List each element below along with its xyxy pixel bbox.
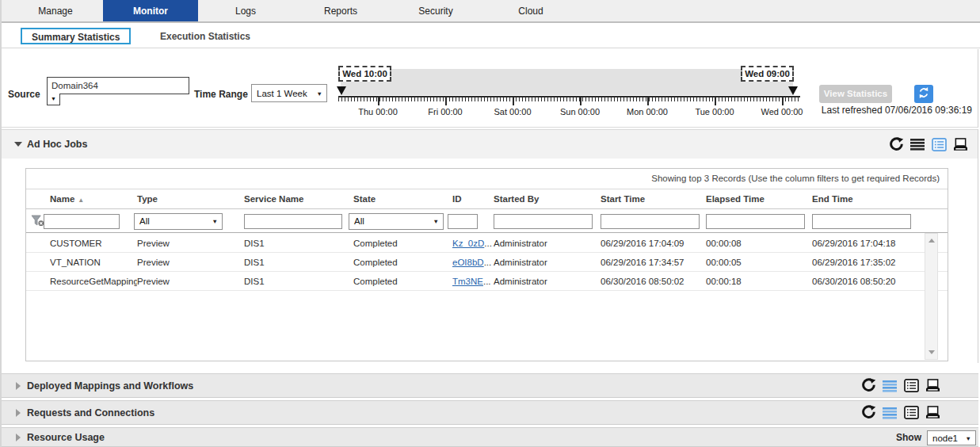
section-resource-usage[interactable]: Resource Usage Show node1 ▼	[2, 427, 978, 447]
table-row[interactable]: VT_NATIONPreview DIS1Completed eOI8bD...…	[26, 253, 948, 272]
source-dropdown-arrow[interactable]: ▼	[47, 94, 60, 105]
tick-label: Sat 00:00	[485, 107, 540, 117]
view-statistics-button[interactable]: View Statistics	[819, 85, 892, 103]
summary-view-icon-selected[interactable]	[882, 405, 898, 421]
filter-type-value: All	[139, 216, 150, 226]
summary-view-icon-selected[interactable]	[882, 378, 898, 394]
tab-monitor[interactable]: Monitor	[103, 0, 198, 21]
column-header-type[interactable]: Type	[137, 194, 244, 204]
print-icon[interactable]	[925, 405, 940, 421]
summary-view-icon[interactable]	[909, 136, 925, 152]
range-end-marker-icon[interactable]	[788, 86, 798, 95]
detail-view-icon-selected[interactable]	[931, 136, 947, 152]
range-start-handle[interactable]: Wed 10:00	[338, 66, 391, 82]
detail-view-icon[interactable]	[903, 405, 919, 421]
time-range-value: Last 1 Week	[257, 89, 307, 98]
job-id-link[interactable]: Kz_0zD	[452, 239, 484, 248]
table-header-row: Name▲ Type Service Name State ID Started…	[26, 189, 948, 209]
filter-state-select[interactable]: All ▼	[349, 213, 444, 230]
range-start-marker-icon[interactable]	[337, 86, 346, 95]
tab-reports[interactable]: Reports	[293, 0, 388, 21]
day-tick	[715, 96, 716, 105]
section-toolbar	[860, 405, 940, 421]
section-title: Requests and Connections	[27, 407, 154, 418]
tab-logs[interactable]: Logs	[198, 0, 293, 21]
job-id-link[interactable]: eOI8bD	[452, 258, 484, 267]
node-select[interactable]: node1 ▼	[927, 430, 976, 445]
filter-id-input[interactable]	[448, 214, 478, 229]
detail-view-icon[interactable]	[903, 378, 919, 394]
column-filter-row: All ▼ All ▼	[26, 210, 948, 233]
table-row[interactable]: ResourceGetMappingPreview DIS1Completed …	[26, 272, 948, 291]
print-icon[interactable]	[925, 378, 940, 394]
source-label: Source	[8, 89, 40, 100]
scroll-down-icon[interactable]	[929, 350, 935, 354]
clear-filter-icon[interactable]	[31, 215, 44, 229]
day-tick	[513, 96, 514, 105]
section-toolbar	[860, 378, 940, 394]
selected-range-bar[interactable]	[341, 69, 793, 95]
expand-arrow-icon[interactable]	[16, 434, 21, 441]
refresh-icon[interactable]	[860, 405, 876, 421]
tab-execution-statistics[interactable]: Execution Statistics	[160, 31, 250, 42]
tick-label: Wed 00:00	[754, 107, 810, 117]
day-tick	[445, 96, 447, 105]
tick-label: Tue 00:00	[687, 107, 742, 117]
tab-summary-statistics[interactable]: Summary Statistics	[21, 28, 131, 44]
ad-hoc-jobs-header[interactable]: Ad Hoc Jobs	[2, 129, 978, 159]
column-header-elapsed-time[interactable]: Elapsed Time	[706, 194, 812, 204]
column-header-start-time[interactable]: Start Time	[601, 194, 706, 204]
table-scrollbar[interactable]	[925, 233, 938, 360]
filter-name-input[interactable]	[44, 214, 120, 229]
chevron-down-icon: ▼	[966, 434, 971, 441]
filter-state-value: All	[354, 216, 364, 226]
collapse-arrow-icon[interactable]	[14, 142, 22, 147]
section-requests-and-connections[interactable]: Requests and Connections	[2, 400, 978, 425]
show-label: Show	[896, 432, 921, 443]
scroll-up-icon[interactable]	[929, 239, 935, 243]
tab-cloud[interactable]: Cloud	[483, 0, 578, 21]
column-header-started-by[interactable]: Started By	[494, 194, 601, 204]
section-deployed-mappings-and-workflows[interactable]: Deployed Mappings and Workflows	[2, 373, 978, 398]
tick-label: Thu 00:00	[350, 107, 406, 117]
refresh-button[interactable]	[914, 85, 933, 103]
node-select-value: node1	[932, 434, 958, 443]
sub-tab-bar: Summary Statistics Execution Statistics	[2, 25, 980, 48]
section-toolbar	[888, 136, 968, 152]
time-range-label: Time Range	[194, 89, 248, 100]
column-header-service-name[interactable]: Service Name	[244, 194, 353, 204]
main-tab-bar: Manage Monitor Logs Reports Security Clo…	[0, 0, 980, 23]
expand-arrow-icon[interactable]	[16, 382, 21, 390]
filter-end-time-input[interactable]	[812, 214, 911, 229]
time-range-select[interactable]: Last 1 Week ▼	[251, 84, 327, 102]
table-row[interactable]: CUSTOMERPreview DIS1Completed Kz_0zD... …	[26, 234, 948, 253]
filter-started-by-input[interactable]	[494, 214, 593, 229]
tab-security[interactable]: Security	[388, 0, 483, 21]
section-title: Deployed Mappings and Workflows	[27, 380, 193, 392]
day-tick	[378, 96, 379, 105]
print-icon[interactable]	[952, 136, 968, 152]
section-title: Resource Usage	[27, 432, 105, 443]
chevron-down-icon: ▼	[433, 218, 439, 225]
ad-hoc-jobs-table: Showing top 3 Records (Use the column fi…	[25, 168, 948, 361]
job-id-link[interactable]: Tm3NE	[452, 277, 483, 286]
section-title: Ad Hoc Jobs	[27, 139, 87, 150]
table-body: CUSTOMERPreview DIS1Completed Kz_0zD... …	[26, 234, 948, 291]
filter-elapsed-time-input[interactable]	[706, 214, 805, 229]
last-refreshed-text: Last refreshed 07/06/2016 09:36:19	[822, 105, 972, 116]
column-header-end-time[interactable]: End Time	[812, 194, 948, 204]
range-end-handle[interactable]: Wed 09:00	[741, 66, 794, 82]
source-input[interactable]: Domain364	[47, 77, 189, 94]
filter-type-select[interactable]: All ▼	[134, 213, 223, 230]
expand-arrow-icon[interactable]	[16, 409, 21, 417]
record-count-text: Showing top 3 Records (Use the column fi…	[651, 174, 940, 183]
filter-service-name-input[interactable]	[244, 214, 342, 229]
column-header-id[interactable]: ID	[452, 194, 494, 204]
column-header-state[interactable]: State	[353, 194, 452, 204]
refresh-icon[interactable]	[888, 136, 904, 152]
refresh-icon[interactable]	[860, 378, 876, 394]
filter-start-time-input[interactable]	[601, 214, 700, 229]
column-header-name[interactable]: Name▲	[50, 194, 137, 204]
monitor-page: Manage Monitor Logs Reports Security Clo…	[0, 0, 980, 447]
tab-manage[interactable]: Manage	[8, 0, 103, 21]
